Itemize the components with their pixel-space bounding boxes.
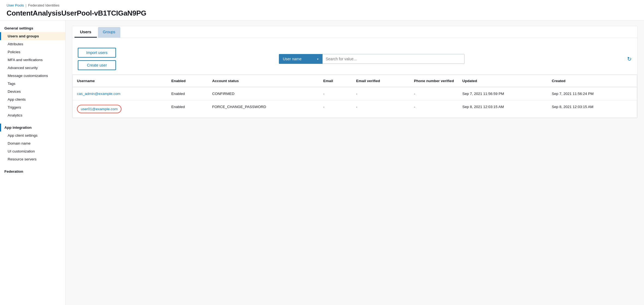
search-dropdown-label: User name	[283, 57, 302, 61]
sidebar-section-federation-header[interactable]: Federation	[0, 168, 65, 175]
main-layout: General settings Users and groups Attrib…	[0, 20, 644, 305]
username-link-2[interactable]: user01@example.com	[77, 105, 121, 113]
sidebar-accent-app-integration	[0, 124, 1, 131]
cell-phone-verified-1: -	[410, 87, 458, 100]
breadcrumb-sep: |	[26, 3, 26, 7]
table-row: cas_admin@example.com Enabled CONFIRMED …	[73, 87, 637, 100]
breadcrumb: User Pools | Federated Identities	[7, 3, 637, 7]
cell-status-1: CONFIRMED	[208, 87, 319, 100]
sidebar-section-general: General settings Users and groups Attrib…	[0, 20, 65, 120]
col-enabled: Enabled	[167, 75, 208, 87]
import-users-button[interactable]: Import users	[78, 48, 116, 58]
toolbar-row: Import users Create user User name ▾ ↻	[72, 43, 637, 75]
sidebar-section-app-integration-header[interactable]: App integration	[0, 124, 65, 131]
sidebar: General settings Users and groups Attrib…	[0, 20, 65, 305]
breadcrumb-federated: Federated Identities	[28, 3, 59, 7]
sidebar-item-attributes[interactable]: Attributes	[0, 40, 65, 48]
cell-email-1: -	[319, 87, 351, 100]
sidebar-item-devices[interactable]: Devices	[0, 88, 65, 95]
tab-groups[interactable]: Groups	[98, 27, 120, 38]
sidebar-item-app-client-settings[interactable]: App client settings	[0, 131, 65, 139]
col-created: Created	[547, 75, 637, 87]
tabs-row: Users Groups	[72, 26, 637, 38]
content-area: Users Groups Import users Create user Us…	[65, 20, 644, 305]
cell-username-2: user01@example.com	[73, 100, 167, 118]
data-table: Username Enabled Account status Email Em…	[73, 75, 637, 118]
sidebar-section-app-integration: App integration App client settings Doma…	[0, 120, 65, 164]
col-username: Username	[73, 75, 167, 87]
sidebar-item-resource-servers[interactable]: Resource servers	[0, 155, 65, 163]
search-area: User name ▾	[279, 54, 464, 64]
sidebar-section-federation: Federation	[0, 164, 65, 176]
username-link-1[interactable]: cas_admin@example.com	[77, 92, 120, 96]
cell-created-1: Sep 7, 2021 11:56:24 PM	[547, 87, 637, 100]
refresh-icon: ↻	[627, 56, 632, 62]
col-updated: Updated	[458, 75, 547, 87]
sidebar-item-analytics[interactable]: Analytics	[0, 111, 65, 119]
top-header: User Pools | Federated Identities Conten…	[0, 0, 644, 20]
cell-email-verified-1: -	[352, 87, 410, 100]
sidebar-item-advanced-security[interactable]: Advanced security	[0, 64, 65, 72]
col-email: Email	[319, 75, 351, 87]
content-card: Users Groups Import users Create user Us…	[72, 26, 637, 118]
sidebar-item-policies[interactable]: Policies	[0, 48, 65, 56]
table-row: user01@example.com Enabled FORCE_CHANGE_…	[73, 100, 637, 118]
page-title: ContentAnalysisUserPool-vB1TCIGaN9PG	[7, 9, 637, 17]
cell-email-2: -	[319, 100, 351, 118]
refresh-button[interactable]: ↻	[627, 56, 632, 62]
cell-created-2: Sep 8, 2021 12:03:15 AM	[547, 100, 637, 118]
action-buttons: Import users Create user	[78, 48, 116, 70]
table-header-row: Username Enabled Account status Email Em…	[73, 75, 637, 87]
cell-enabled-1: Enabled	[167, 87, 208, 100]
col-phone-verified: Phone number verified	[410, 75, 458, 87]
sidebar-item-triggers[interactable]: Triggers	[0, 103, 65, 111]
cell-enabled-2: Enabled	[167, 100, 208, 118]
sidebar-accent	[0, 32, 1, 40]
sidebar-item-app-clients[interactable]: App clients	[0, 95, 65, 103]
sidebar-item-mfa[interactable]: MFA and verifications	[0, 56, 65, 64]
create-user-button[interactable]: Create user	[78, 60, 116, 70]
cell-status-2: FORCE_CHANGE_PASSWORD	[208, 100, 319, 118]
sidebar-item-users-and-groups[interactable]: Users and groups	[0, 32, 65, 40]
search-input[interactable]	[323, 54, 464, 64]
data-table-wrapper: Username Enabled Account status Email Em…	[72, 75, 637, 118]
sidebar-item-message-customizations[interactable]: Message customizations	[0, 72, 65, 80]
cell-updated-2: Sep 8, 2021 12:03:15 AM	[458, 100, 547, 118]
search-dropdown[interactable]: User name ▾	[279, 54, 323, 64]
cell-username-1: cas_admin@example.com	[73, 87, 167, 100]
col-account-status: Account status	[208, 75, 319, 87]
tab-users[interactable]: Users	[74, 26, 97, 38]
cell-updated-1: Sep 7, 2021 11:56:59 PM	[458, 87, 547, 100]
sidebar-item-ui-customization[interactable]: UI customization	[0, 147, 65, 155]
sidebar-item-tags[interactable]: Tags	[0, 80, 65, 88]
chevron-down-icon: ▾	[317, 58, 318, 61]
col-email-verified: Email verified	[352, 75, 410, 87]
cell-phone-verified-2: -	[410, 100, 458, 118]
breadcrumb-user-pools[interactable]: User Pools	[7, 3, 24, 7]
sidebar-section-general-header[interactable]: General settings	[0, 24, 65, 32]
page-wrapper: User Pools | Federated Identities Conten…	[0, 0, 644, 305]
sidebar-item-domain-name[interactable]: Domain name	[0, 139, 65, 147]
cell-email-verified-2: -	[352, 100, 410, 118]
